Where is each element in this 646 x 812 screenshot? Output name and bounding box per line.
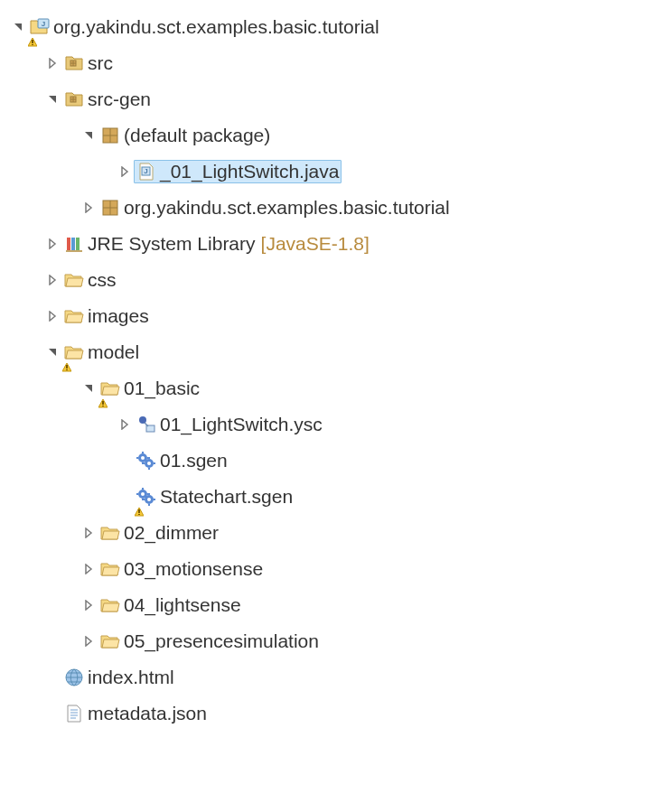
tree-item-label: (default package) — [124, 125, 270, 146]
chevron-down-icon[interactable] — [80, 383, 98, 394]
tree-item-04-lightsense[interactable]: 04_lightsense — [0, 587, 646, 623]
tree-item-lightswitch-java[interactable]: _01_LightSwitch.java — [0, 154, 646, 190]
chevron-right-icon[interactable] — [116, 419, 134, 430]
tree-item-label: 03_motionsense — [124, 558, 263, 580]
tree-item-label: 05_presencesimulation — [124, 630, 319, 652]
tree-item-label: 01.sgen — [160, 450, 228, 471]
tree-item-package-tutorial[interactable]: org.yakindu.sct.examples.basic.tutorial — [0, 190, 646, 226]
chevron-right-icon[interactable] — [80, 600, 98, 611]
chevron-down-icon[interactable] — [9, 22, 27, 33]
folder-icon — [100, 559, 120, 579]
globe-icon — [64, 667, 84, 687]
project-icon — [30, 17, 50, 37]
statechart-icon — [136, 415, 156, 434]
folder-icon — [100, 631, 120, 651]
tree-item-label: org.yakindu.sct.examples.basic.tutorial — [53, 16, 379, 38]
tree-item-decorator: [JavaSE-1.8] — [261, 233, 370, 255]
chevron-right-icon[interactable] — [43, 238, 61, 249]
tree-item-project[interactable]: org.yakindu.sct.examples.basic.tutorial — [0, 9, 646, 45]
tree-item-model[interactable]: model — [0, 334, 646, 370]
tree-item-index-html[interactable]: index.html — [0, 659, 646, 695]
folder-icon — [64, 342, 84, 362]
tree-item-label: 01_LightSwitch.ysc — [160, 414, 323, 435]
package-icon — [100, 198, 120, 218]
package-explorer-tree: org.yakindu.sct.examples.basic.tutorial … — [0, 9, 646, 732]
text-file-icon — [64, 704, 84, 723]
folder-icon — [100, 523, 120, 543]
java-file-icon — [136, 162, 156, 182]
chevron-right-icon[interactable] — [80, 636, 98, 647]
folder-icon — [64, 270, 84, 290]
package-folder-icon — [64, 89, 84, 109]
folder-icon — [64, 306, 84, 326]
tree-item-css[interactable]: css — [0, 262, 646, 298]
tree-item-label: _01_LightSwitch.java — [160, 161, 339, 182]
tree-item-src-gen[interactable]: src-gen — [0, 81, 646, 117]
chevron-down-icon[interactable] — [80, 130, 98, 141]
tree-item-label: 01_basic — [124, 378, 200, 399]
tree-item-label: 04_lightsense — [124, 594, 241, 616]
tree-item-02-dimmer[interactable]: 02_dimmer — [0, 515, 646, 551]
chevron-right-icon[interactable] — [80, 527, 98, 538]
tree-item-jre[interactable]: JRE System Library [JavaSE-1.8] — [0, 226, 646, 262]
tree-item-label: index.html — [88, 667, 174, 688]
chevron-down-icon[interactable] — [43, 347, 61, 358]
tree-item-lightswitch-ysc[interactable]: 01_LightSwitch.ysc — [0, 406, 646, 443]
chevron-right-icon[interactable] — [43, 275, 61, 285]
tree-item-label: images — [88, 305, 149, 327]
chevron-right-icon[interactable] — [43, 58, 61, 69]
tree-item-metadata-json[interactable]: metadata.json — [0, 695, 646, 732]
tree-item-01-basic[interactable]: 01_basic — [0, 370, 646, 406]
gears-icon — [136, 451, 156, 471]
tree-item-05-presencesimulation[interactable]: 05_presencesimulation — [0, 623, 646, 659]
tree-item-label: JRE System Library — [88, 233, 256, 255]
tree-item-statechart-sgen[interactable]: Statechart.sgen — [0, 479, 646, 515]
chevron-down-icon[interactable] — [43, 94, 61, 105]
tree-item-03-motionsense[interactable]: 03_motionsense — [0, 551, 646, 587]
chevron-right-icon[interactable] — [80, 202, 98, 213]
tree-item-label: src-gen — [88, 89, 151, 110]
tree-item-images[interactable]: images — [0, 298, 646, 334]
folder-icon — [100, 595, 120, 615]
chevron-right-icon[interactable] — [80, 564, 98, 574]
folder-icon — [100, 378, 120, 398]
tree-item-label: org.yakindu.sct.examples.basic.tutorial — [124, 197, 450, 219]
gears-icon — [136, 487, 156, 507]
tree-item-label: model — [88, 341, 139, 363]
tree-item-label: css — [88, 269, 117, 291]
tree-item-default-package[interactable]: (default package) — [0, 117, 646, 154]
tree-item-label: src — [88, 52, 113, 74]
tree-item-01-sgen[interactable]: 01.sgen — [0, 443, 646, 479]
tree-item-src[interactable]: src — [0, 45, 646, 81]
tree-item-label: Statechart.sgen — [160, 486, 293, 508]
tree-item-label: metadata.json — [88, 703, 207, 724]
package-icon — [100, 126, 120, 145]
library-icon — [64, 234, 84, 254]
package-folder-icon — [64, 53, 84, 73]
chevron-right-icon[interactable] — [43, 311, 61, 322]
tree-item-label: 02_dimmer — [124, 522, 219, 544]
chevron-right-icon[interactable] — [116, 166, 134, 177]
